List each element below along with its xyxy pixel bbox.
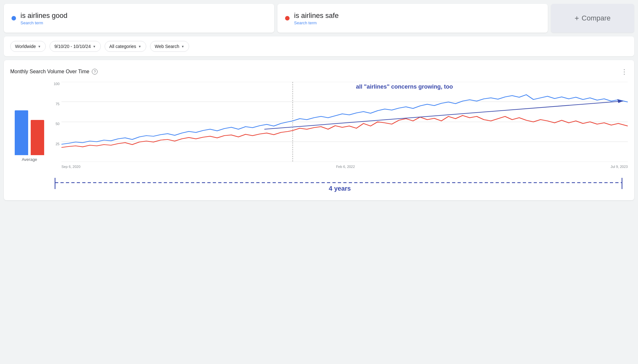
chart-svg — [61, 82, 628, 162]
categories-chevron: ▼ — [138, 45, 141, 48]
top-bar: is airlines good Search term is airlines… — [4, 4, 634, 33]
svg-line-6 — [264, 101, 623, 129]
term2-label: Search term — [294, 20, 339, 25]
date-label: 9/10/20 - 10/10/24 — [54, 44, 91, 49]
search-type-label: Web Search — [155, 44, 179, 49]
x-label-sep2020: Sep 6, 2020 — [61, 165, 80, 169]
line-chart: 100 75 50 25 — [49, 82, 628, 171]
bracket-svg: 4 years — [52, 175, 628, 194]
svg-marker-7 — [618, 99, 623, 103]
term2-info: is airlines safe Search term — [294, 12, 339, 25]
avg-bar-red — [31, 120, 44, 155]
term2-name: is airlines safe — [294, 12, 339, 20]
term1-name: is airlines good — [20, 12, 68, 20]
location-label: Worldwide — [15, 44, 36, 49]
term1-card[interactable]: is airlines good Search term — [4, 4, 274, 33]
bracket-area: 4 years — [52, 175, 628, 194]
compare-card[interactable]: + Compare — [551, 4, 634, 33]
chart-title-text: Monthly Search Volume Over Time — [10, 69, 89, 75]
term2-dot — [285, 16, 290, 20]
search-type-filter[interactable]: Web Search ▼ — [150, 41, 189, 52]
help-icon[interactable]: ? — [92, 69, 98, 75]
filter-bar: Worldwide ▼ 9/10/20 - 10/10/24 ▼ All cat… — [4, 36, 634, 56]
chart-title-area: Monthly Search Volume Over Time ? — [10, 69, 98, 75]
date-filter[interactable]: 9/10/20 - 10/10/24 ▼ — [50, 41, 101, 52]
y-label-100: 100 — [54, 82, 60, 86]
y-label-50: 50 — [56, 122, 60, 126]
date-chevron: ▼ — [93, 45, 96, 48]
y-axis: 100 75 50 25 — [49, 82, 61, 162]
svg-text:4 years: 4 years — [329, 185, 351, 192]
x-axis: Sep 6, 2020 Feb 6, 2022 Jul 9, 2023 — [61, 162, 628, 171]
chart-area: Average 100 75 50 25 — [10, 82, 628, 171]
plus-icon: + — [575, 14, 579, 23]
location-filter[interactable]: Worldwide ▼ — [10, 41, 46, 52]
term1-label: Search term — [20, 20, 68, 25]
y-label-25: 25 — [56, 142, 60, 146]
compare-text: Compare — [582, 14, 610, 22]
categories-filter[interactable]: All categories ▼ — [105, 41, 146, 52]
term1-dot — [12, 16, 16, 20]
chart-header: Monthly Search Volume Over Time ? ⋮ — [10, 68, 628, 75]
bars-group — [15, 85, 44, 155]
search-type-chevron: ▼ — [181, 45, 184, 48]
avg-bar-blue — [15, 110, 28, 155]
compare-label: + Compare — [575, 14, 611, 23]
term2-card[interactable]: is airlines safe Search term — [277, 4, 548, 33]
chart-plot: all "airlines" concerns growing, too — [61, 82, 628, 162]
chart-card: Monthly Search Volume Over Time ? ⋮ Aver… — [4, 60, 634, 200]
x-label-jul2023: Jul 9, 2023 — [610, 165, 628, 169]
avg-label: Average — [22, 157, 37, 162]
location-chevron: ▼ — [38, 45, 41, 48]
average-bars: Average — [10, 85, 49, 171]
term1-info: is airlines good Search term — [20, 12, 68, 25]
more-options-icon[interactable]: ⋮ — [621, 68, 628, 75]
categories-label: All categories — [109, 44, 136, 49]
x-label-feb2022: Feb 6, 2022 — [336, 165, 355, 169]
y-label-75: 75 — [56, 102, 60, 106]
